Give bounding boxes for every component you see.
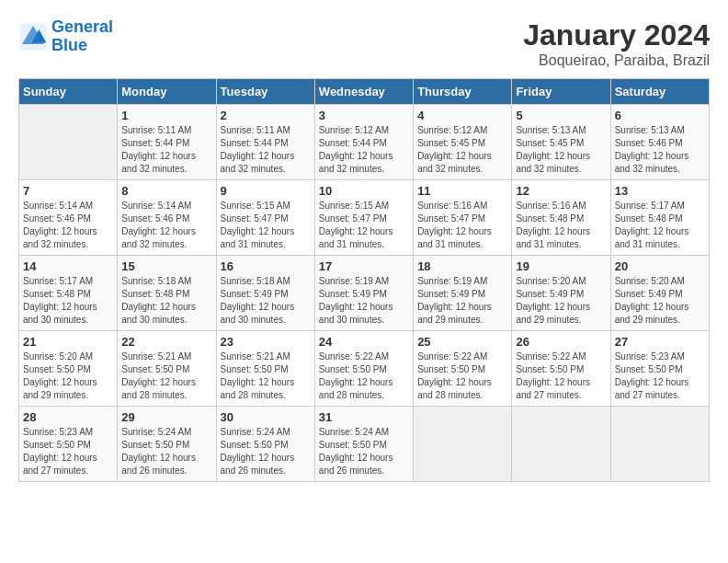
day-info: Sunrise: 5:16 AM Sunset: 5:48 PM Dayligh…: [516, 200, 606, 251]
calendar-cell: 19Sunrise: 5:20 AM Sunset: 5:49 PM Dayli…: [512, 256, 610, 331]
calendar-cell: 9Sunrise: 5:15 AM Sunset: 5:47 PM Daylig…: [216, 180, 314, 256]
calendar-cell: 25Sunrise: 5:22 AM Sunset: 5:50 PM Dayli…: [414, 331, 512, 407]
day-info: Sunrise: 5:13 AM Sunset: 5:46 PM Dayligh…: [615, 124, 705, 176]
header-friday: Friday: [512, 79, 610, 105]
day-info: Sunrise: 5:20 AM Sunset: 5:50 PM Dayligh…: [23, 350, 113, 402]
header-thursday: Thursday: [414, 79, 512, 105]
day-info: Sunrise: 5:24 AM Sunset: 5:50 PM Dayligh…: [121, 426, 211, 477]
calendar-cell: 14Sunrise: 5:17 AM Sunset: 5:48 PM Dayli…: [19, 256, 118, 331]
calendar-cell: 4Sunrise: 5:12 AM Sunset: 5:45 PM Daylig…: [414, 105, 512, 180]
calendar-cell: [414, 407, 512, 482]
page-header: General Blue January 2024 Boqueirao, Par…: [18, 18, 710, 69]
day-info: Sunrise: 5:24 AM Sunset: 5:50 PM Dayligh…: [221, 426, 311, 477]
calendar-cell: 29Sunrise: 5:24 AM Sunset: 5:50 PM Dayli…: [118, 407, 216, 482]
header-sunday: Sunday: [19, 79, 118, 105]
page-title: January 2024: [523, 18, 710, 52]
day-number: 12: [516, 184, 606, 198]
calendar-cell: [610, 407, 709, 482]
day-number: 27: [615, 335, 705, 349]
calendar-cell: 22Sunrise: 5:21 AM Sunset: 5:50 PM Dayli…: [118, 331, 216, 407]
header-saturday: Saturday: [610, 79, 709, 105]
day-number: 7: [23, 184, 113, 198]
day-number: 31: [319, 410, 409, 424]
day-number: 25: [417, 335, 507, 349]
day-number: 2: [221, 109, 311, 122]
day-number: 29: [121, 410, 211, 424]
calendar-cell: 8Sunrise: 5:14 AM Sunset: 5:46 PM Daylig…: [118, 180, 216, 256]
calendar-cell: 31Sunrise: 5:24 AM Sunset: 5:50 PM Dayli…: [314, 407, 413, 482]
logo: General Blue: [18, 18, 113, 55]
day-info: Sunrise: 5:14 AM Sunset: 5:46 PM Dayligh…: [23, 200, 113, 251]
day-info: Sunrise: 5:20 AM Sunset: 5:49 PM Dayligh…: [516, 275, 606, 327]
calendar-week-row: 7Sunrise: 5:14 AM Sunset: 5:46 PM Daylig…: [19, 180, 710, 256]
day-number: 9: [221, 184, 311, 198]
calendar-cell: 5Sunrise: 5:13 AM Sunset: 5:45 PM Daylig…: [512, 105, 610, 180]
calendar-week-row: 28Sunrise: 5:23 AM Sunset: 5:50 PM Dayli…: [19, 407, 710, 482]
day-number: 14: [23, 259, 113, 273]
calendar-cell: 26Sunrise: 5:22 AM Sunset: 5:50 PM Dayli…: [512, 331, 610, 407]
day-info: Sunrise: 5:20 AM Sunset: 5:49 PM Dayligh…: [615, 275, 705, 327]
day-info: Sunrise: 5:22 AM Sunset: 5:50 PM Dayligh…: [417, 350, 507, 402]
calendar-cell: 17Sunrise: 5:19 AM Sunset: 5:49 PM Dayli…: [314, 256, 413, 331]
day-info: Sunrise: 5:18 AM Sunset: 5:49 PM Dayligh…: [221, 275, 311, 327]
calendar-cell: 28Sunrise: 5:23 AM Sunset: 5:50 PM Dayli…: [19, 407, 118, 482]
calendar-cell: 11Sunrise: 5:16 AM Sunset: 5:47 PM Dayli…: [414, 180, 512, 256]
day-number: 19: [516, 259, 606, 273]
day-info: Sunrise: 5:16 AM Sunset: 5:47 PM Dayligh…: [417, 200, 507, 251]
logo-line1: General: [51, 17, 113, 36]
day-number: 5: [516, 109, 606, 122]
day-number: 30: [221, 410, 311, 424]
day-number: 4: [417, 109, 507, 122]
logo-text: General Blue: [51, 18, 113, 55]
day-number: 3: [319, 109, 409, 122]
header-wednesday: Wednesday: [314, 79, 413, 105]
day-info: Sunrise: 5:24 AM Sunset: 5:50 PM Dayligh…: [319, 426, 409, 477]
day-number: 1: [121, 109, 211, 122]
calendar-cell: 16Sunrise: 5:18 AM Sunset: 5:49 PM Dayli…: [216, 256, 314, 331]
day-number: 23: [221, 335, 311, 349]
day-info: Sunrise: 5:22 AM Sunset: 5:50 PM Dayligh…: [319, 350, 409, 402]
calendar-cell: 1Sunrise: 5:11 AM Sunset: 5:44 PM Daylig…: [118, 105, 216, 180]
calendar-cell: 27Sunrise: 5:23 AM Sunset: 5:50 PM Dayli…: [610, 331, 709, 407]
day-info: Sunrise: 5:17 AM Sunset: 5:48 PM Dayligh…: [615, 200, 705, 251]
day-info: Sunrise: 5:15 AM Sunset: 5:47 PM Dayligh…: [319, 200, 409, 251]
day-number: 16: [221, 259, 311, 273]
calendar-header-row: SundayMondayTuesdayWednesdayThursdayFrid…: [19, 79, 710, 105]
calendar-cell: 6Sunrise: 5:13 AM Sunset: 5:46 PM Daylig…: [610, 105, 709, 180]
day-info: Sunrise: 5:14 AM Sunset: 5:46 PM Dayligh…: [121, 200, 211, 251]
day-number: 18: [417, 259, 507, 273]
header-monday: Monday: [118, 79, 216, 105]
calendar-cell: 15Sunrise: 5:18 AM Sunset: 5:48 PM Dayli…: [118, 256, 216, 331]
day-number: 6: [615, 109, 705, 122]
calendar-cell: 7Sunrise: 5:14 AM Sunset: 5:46 PM Daylig…: [19, 180, 118, 256]
day-info: Sunrise: 5:12 AM Sunset: 5:44 PM Dayligh…: [319, 124, 409, 176]
calendar-cell: 3Sunrise: 5:12 AM Sunset: 5:44 PM Daylig…: [314, 105, 413, 180]
calendar-cell: 12Sunrise: 5:16 AM Sunset: 5:48 PM Dayli…: [512, 180, 610, 256]
calendar-week-row: 14Sunrise: 5:17 AM Sunset: 5:48 PM Dayli…: [19, 256, 710, 331]
day-info: Sunrise: 5:11 AM Sunset: 5:44 PM Dayligh…: [121, 124, 211, 176]
day-number: 8: [121, 184, 211, 198]
calendar-cell: 18Sunrise: 5:19 AM Sunset: 5:49 PM Dayli…: [414, 256, 512, 331]
title-area: January 2024 Boqueirao, Paraiba, Brazil: [523, 18, 710, 69]
day-number: 10: [319, 184, 409, 198]
calendar-cell: 30Sunrise: 5:24 AM Sunset: 5:50 PM Dayli…: [216, 407, 314, 482]
calendar-cell: 10Sunrise: 5:15 AM Sunset: 5:47 PM Dayli…: [314, 180, 413, 256]
day-number: 26: [516, 335, 606, 349]
day-info: Sunrise: 5:13 AM Sunset: 5:45 PM Dayligh…: [516, 124, 606, 176]
calendar-cell: 24Sunrise: 5:22 AM Sunset: 5:50 PM Dayli…: [314, 331, 413, 407]
day-info: Sunrise: 5:18 AM Sunset: 5:48 PM Dayligh…: [121, 275, 211, 327]
calendar-table: SundayMondayTuesdayWednesdayThursdayFrid…: [18, 78, 710, 482]
logo-icon: [18, 22, 48, 52]
calendar-cell: [19, 105, 118, 180]
day-number: 20: [615, 259, 705, 273]
day-info: Sunrise: 5:22 AM Sunset: 5:50 PM Dayligh…: [516, 350, 606, 402]
calendar-cell: 20Sunrise: 5:20 AM Sunset: 5:49 PM Dayli…: [610, 256, 709, 331]
day-info: Sunrise: 5:12 AM Sunset: 5:45 PM Dayligh…: [417, 124, 507, 176]
calendar-cell: [512, 407, 610, 482]
day-number: 17: [319, 259, 409, 273]
day-info: Sunrise: 5:19 AM Sunset: 5:49 PM Dayligh…: [417, 275, 507, 327]
day-info: Sunrise: 5:21 AM Sunset: 5:50 PM Dayligh…: [121, 350, 211, 402]
day-info: Sunrise: 5:19 AM Sunset: 5:49 PM Dayligh…: [319, 275, 409, 327]
header-tuesday: Tuesday: [216, 79, 314, 105]
day-number: 28: [23, 410, 113, 424]
